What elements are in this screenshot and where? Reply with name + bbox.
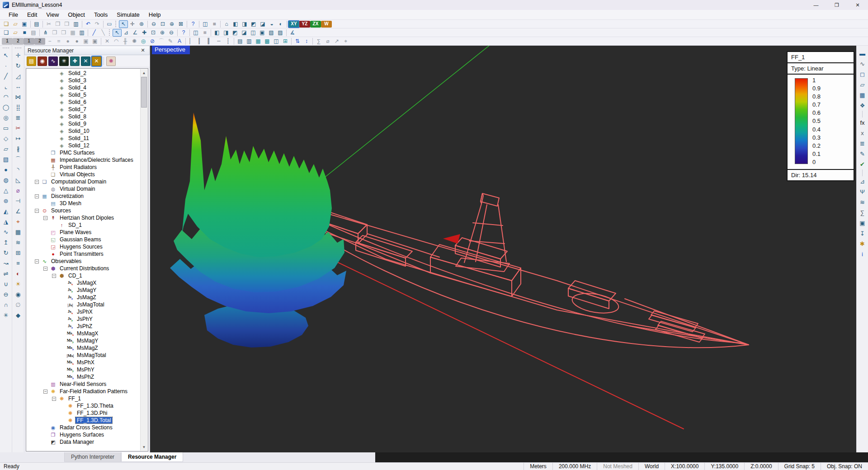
purge-button[interactable]: ▥	[77, 29, 86, 37]
plane-xy-button[interactable]: XY	[288, 21, 299, 28]
tree-item-virtual-domain[interactable]: ◍Virtual Domain	[27, 185, 140, 193]
tree-expander-icon[interactable]: −	[52, 397, 56, 401]
redo-button[interactable]: ↷	[93, 20, 102, 28]
measure-tool[interactable]: ⌀	[13, 185, 24, 196]
pan-tool-button[interactable]: ✛	[128, 20, 137, 28]
cell-1-button[interactable]: ▣	[81, 38, 90, 45]
align-top-2-button[interactable]: 2	[34, 38, 45, 45]
dock-tab-python-interpreter[interactable]: Python Interpreter	[64, 452, 121, 462]
view-home-button[interactable]: ⌂	[222, 20, 231, 28]
tree-item-point-transmitters[interactable]: ●Point Transmitters	[27, 250, 140, 258]
grid-fine-button[interactable]: ▦	[254, 38, 263, 45]
shade-front-button[interactable]: ◧	[212, 29, 222, 37]
minimize-button[interactable]: —	[806, 0, 826, 10]
draw-edge-button[interactable]: ╱	[90, 29, 99, 37]
tree-item-solid-10[interactable]: ◈Solid_10	[27, 127, 140, 135]
torus-tool[interactable]: ⊚	[1, 196, 11, 206]
tree-expander-icon[interactable]: −	[35, 209, 39, 213]
tree-item-near-field-sensors[interactable]: ▥Near-Field Sensors	[27, 381, 140, 388]
bar-wide-button[interactable]: ▍	[205, 38, 214, 45]
plane-zx-button[interactable]: ZX	[310, 21, 321, 28]
sum-button[interactable]: ∑	[314, 38, 323, 45]
tree-item-solid-4[interactable]: ◈Solid_4	[27, 84, 140, 91]
tree-expander-icon[interactable]: −	[35, 194, 39, 198]
select-tool-button[interactable]: ↖	[119, 20, 128, 28]
copy-button[interactable]: ❐	[53, 20, 62, 28]
chamfer-tool[interactable]: ◺	[13, 175, 24, 185]
circle-tool[interactable]: ◯	[1, 102, 11, 113]
menu-object[interactable]: Object	[64, 10, 89, 19]
swap-updown-button[interactable]: ⇅	[293, 38, 302, 45]
menu-help[interactable]: Help	[145, 10, 165, 19]
zoom-out-button[interactable]: ⊖	[149, 20, 158, 28]
tree-item-solid-12[interactable]: ◈Solid_12	[27, 142, 140, 149]
pen-op-button[interactable]: ✎	[166, 38, 175, 45]
tree-item-solid-5[interactable]: ◈Solid_5	[27, 91, 140, 99]
menu-view[interactable]: View	[42, 10, 63, 19]
orbit-tool-button[interactable]: ⊛	[137, 20, 146, 28]
tree-item-huygens-sources[interactable]: ◲Huygens Sources	[27, 243, 140, 250]
save-button[interactable]: ▣	[20, 20, 29, 28]
download-button[interactable]: ↧	[857, 228, 868, 239]
select-arrow-tool[interactable]: ↖	[1, 50, 11, 61]
tree-expander-icon[interactable]: −	[43, 267, 47, 271]
table-button[interactable]: ▤	[236, 38, 245, 45]
undo-button[interactable]: ↶	[84, 20, 93, 28]
tree-item-radar-cross-sections[interactable]: ◉Radar Cross Sections	[27, 424, 140, 431]
script-window-button[interactable]: ▭	[105, 20, 114, 28]
variables-button[interactable]: x	[857, 128, 868, 138]
tree-item-point-radiators[interactable]: ╀Point Radiators	[27, 164, 140, 171]
tree-item-solid-3[interactable]: ◈Solid_3	[27, 77, 140, 84]
materials-icon[interactable]: ◉	[38, 56, 47, 66]
tree-item-jsphy[interactable]: JsyJsPhY	[27, 315, 140, 323]
sweep-tool[interactable]: ↝	[1, 258, 11, 268]
properties-tool[interactable]: ≡	[13, 258, 24, 268]
tree-expander-icon[interactable]: −	[35, 259, 39, 263]
tree-item-jsphx[interactable]: JsxJsPhX	[27, 308, 140, 315]
page-setup-button[interactable]: ▤	[29, 29, 38, 37]
zoom-minus-button[interactable]: ⊖	[167, 29, 176, 37]
shade-solid-button[interactable]: ▣	[258, 29, 267, 37]
tree-item-jsmagy[interactable]: JsyJsMagY	[27, 287, 140, 294]
scrollbar-thumb[interactable]	[141, 77, 147, 108]
boolean-subtract-tool[interactable]: ⊖	[1, 289, 11, 300]
ruler-button[interactable]: ▬	[857, 48, 868, 59]
erase-edge-button[interactable]: ╲	[99, 29, 108, 37]
dipole-source-arrow[interactable]	[443, 234, 460, 244]
disc-2-button[interactable]: ●	[72, 38, 81, 45]
helix-tool[interactable]: ∿	[1, 227, 11, 237]
bar-thin-button[interactable]: ▏	[187, 38, 196, 45]
tree-item-solid-8[interactable]: ◈Solid_8	[27, 113, 140, 120]
cylinder-tool[interactable]: ◍	[1, 175, 11, 185]
align-top-1-button[interactable]: 1	[24, 38, 34, 45]
tree-item-msphy[interactable]: MsyMsPhY	[27, 366, 140, 373]
edit-notes-button[interactable]: ✎	[857, 149, 868, 159]
tree-item-solid-7[interactable]: ◈Solid_7	[27, 106, 140, 113]
print-button[interactable]: ▤	[32, 20, 41, 28]
wedge-tool[interactable]: ◮	[1, 216, 11, 227]
mirror-curve-tool[interactable]: ⇌	[1, 268, 11, 279]
fillet-tool[interactable]: ◝	[13, 164, 24, 175]
ring-tool[interactable]: ◎	[1, 113, 11, 123]
excitation-icon[interactable]: ∿	[48, 56, 58, 66]
tree-item-jsmagz[interactable]: JszJsMagZ	[27, 294, 140, 301]
viewport-layout-button[interactable]: ◫	[201, 20, 210, 28]
tree-item-sd-1[interactable]: ↑SD_1	[27, 221, 140, 229]
zoom-in-button[interactable]: ⊕	[167, 20, 176, 28]
scene-canvas[interactable]	[150, 46, 856, 452]
object-browser-button[interactable]: ❖	[857, 100, 868, 111]
trim-tool[interactable]: ✂	[13, 123, 24, 133]
geometry-tools-icon[interactable]: ▤	[27, 56, 36, 66]
physics-icon[interactable]: ✳	[59, 56, 69, 66]
line-tool[interactable]: ╱	[1, 71, 11, 81]
tree-item-far-field-radiation-patterns[interactable]: −❋Far-Field Radiation Patterns	[27, 388, 140, 395]
shade-split-button[interactable]: ◫	[249, 29, 258, 37]
view-right-button[interactable]: ◪	[258, 20, 267, 28]
tree-item-jsmagx[interactable]: JsxJsMagX	[27, 279, 140, 287]
scroll-up-icon[interactable]: ▲	[141, 69, 147, 76]
ruler-h-button[interactable]: ┉	[214, 38, 223, 45]
group-tool[interactable]: ⊞	[13, 248, 24, 258]
open-project-button[interactable]: ▱	[11, 29, 20, 37]
detach-button[interactable]: ❒	[59, 29, 68, 37]
function-button[interactable]: fx	[857, 118, 868, 128]
